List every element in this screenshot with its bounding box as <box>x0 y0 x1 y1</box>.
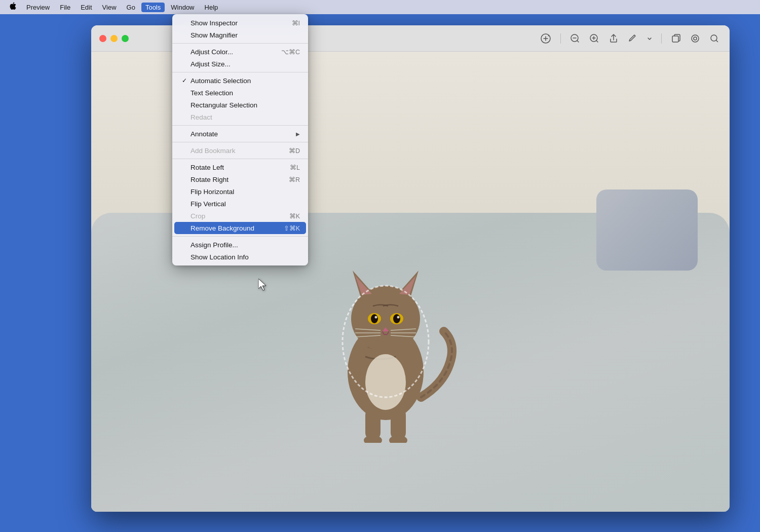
menu-item-redact: Redact <box>172 111 308 123</box>
add-markup-icon[interactable] <box>540 33 551 44</box>
menu-label-add-bookmark: Add Bookmark <box>191 147 236 155</box>
menu-item-rotate-left[interactable]: Rotate Left⌘L <box>172 161 308 173</box>
menu-shortcut-add-bookmark: ⌘D <box>289 147 300 155</box>
menu-item-remove-background[interactable]: Remove Background⇧⌘K <box>174 222 306 234</box>
menu-label-adjust-size: Adjust Size... <box>191 60 231 68</box>
menu-item-show-inspector[interactable]: Show Inspector⌘I <box>172 17 308 29</box>
minimize-button[interactable] <box>110 35 118 42</box>
menu-label-show-magnifier: Show Magnifier <box>191 31 238 39</box>
menu-check-automatic-selection: ✓ <box>180 77 188 84</box>
menu-separator-sep6 <box>172 236 308 237</box>
svg-point-17 <box>393 314 400 323</box>
annotate-circle-icon[interactable] <box>690 33 700 44</box>
menu-label-show-inspector: Show Inspector <box>191 19 238 27</box>
menu-item-rotate-right[interactable]: Rotate Right⌘R <box>172 173 308 185</box>
menu-shortcut-show-inspector: ⌘I <box>292 19 300 27</box>
menu-item-flip-horizontal[interactable]: Flip Horizontal <box>172 185 308 198</box>
menu-item-adjust-size[interactable]: Adjust Size... <box>172 58 308 70</box>
menu-label-adjust-color: Adjust Color... <box>191 48 233 56</box>
duplicate-icon[interactable] <box>671 33 681 44</box>
menu-label-flip-horizontal: Flip Horizontal <box>191 188 234 196</box>
markup-dropdown-icon[interactable] <box>647 36 652 41</box>
pillow <box>596 189 698 271</box>
search-icon[interactable] <box>709 33 719 44</box>
menu-separator-sep5 <box>172 159 308 159</box>
menu-separator-sep1 <box>172 43 308 44</box>
svg-point-18 <box>375 316 377 318</box>
menu-separator-sep3 <box>172 125 308 126</box>
menu-item-crop: Crop⌘K <box>172 210 308 222</box>
menu-label-flip-vertical: Flip Vertical <box>191 200 226 208</box>
menu-label-assign-profile: Assign Profile... <box>191 241 238 249</box>
menu-separator-sep4 <box>172 142 308 142</box>
toolbar-sep-2 <box>661 33 662 44</box>
menu-item-automatic-selection[interactable]: ✓Automatic Selection <box>172 74 308 87</box>
svg-point-19 <box>397 316 400 318</box>
menu-item-assign-profile[interactable]: Assign Profile... <box>172 239 308 251</box>
toolbar-sep-1 <box>560 33 561 44</box>
menu-label-show-location-info: Show Location Info <box>191 253 249 261</box>
share-icon[interactable] <box>609 33 619 44</box>
menu-label-rotate-right: Rotate Right <box>191 176 229 183</box>
menu-shortcut-rotate-right: ⌘R <box>289 176 300 183</box>
menu-label-crop: Crop <box>191 212 205 220</box>
cat-image <box>315 240 457 443</box>
svg-point-5 <box>694 37 697 40</box>
menu-item-annotate[interactable]: Annotate▶ <box>172 128 308 140</box>
menubar-window[interactable]: Window <box>167 3 198 12</box>
menubar-view[interactable]: View <box>98 3 121 12</box>
menu-label-remove-background: Remove Background <box>191 224 254 232</box>
menu-label-rectangular-selection: Rectangular Selection <box>191 101 257 109</box>
menu-shortcut-crop: ⌘K <box>289 212 300 220</box>
close-button[interactable] <box>99 35 106 42</box>
zoom-out-icon[interactable] <box>570 33 580 44</box>
svg-point-4 <box>692 35 699 42</box>
traffic-lights <box>99 35 129 42</box>
menubar-preview[interactable]: Preview <box>22 3 54 12</box>
menubar-edit[interactable]: Edit <box>77 3 96 12</box>
svg-rect-3 <box>672 36 678 42</box>
menu-shortcut-remove-background: ⇧⌘K <box>284 224 300 232</box>
maximize-button[interactable] <box>122 35 129 42</box>
menu-item-text-selection[interactable]: Text Selection <box>172 87 308 99</box>
menubar-help[interactable]: Help <box>201 3 222 12</box>
menu-separator-sep2 <box>172 72 308 72</box>
menu-item-show-magnifier[interactable]: Show Magnifier <box>172 29 308 41</box>
menubar-tools[interactable]: Tools <box>141 3 165 12</box>
submenu-arrow-annotate: ▶ <box>296 131 300 137</box>
markup-icon[interactable] <box>628 33 638 44</box>
menu-item-add-bookmark: Add Bookmark⌘D <box>172 144 308 157</box>
menu-item-flip-vertical[interactable]: Flip Vertical <box>172 198 308 210</box>
tools-dropdown-menu: Show Inspector⌘IShow MagnifierAdjust Col… <box>172 14 308 265</box>
menu-label-annotate: Annotate <box>191 130 218 138</box>
menubar: Preview File Edit View Go Tools Window H… <box>0 0 760 14</box>
apple-menu[interactable] <box>5 2 20 12</box>
menu-item-show-location-info[interactable]: Show Location Info <box>172 251 308 263</box>
menu-shortcut-rotate-left: ⌘L <box>290 164 300 171</box>
menu-item-adjust-color[interactable]: Adjust Color...⌥⌘C <box>172 46 308 58</box>
toolbar <box>540 25 719 52</box>
svg-point-8 <box>365 354 406 410</box>
menubar-file[interactable]: File <box>56 3 74 12</box>
menu-label-redact: Redact <box>191 113 212 121</box>
menu-label-automatic-selection: Automatic Selection <box>191 77 251 85</box>
menu-label-rotate-left: Rotate Left <box>191 164 224 171</box>
menubar-go[interactable]: Go <box>123 3 139 12</box>
zoom-in-icon[interactable] <box>589 33 599 44</box>
menu-shortcut-adjust-color: ⌥⌘C <box>281 48 300 56</box>
svg-point-16 <box>371 314 378 323</box>
menu-item-rectangular-selection[interactable]: Rectangular Selection <box>172 99 308 111</box>
menu-label-text-selection: Text Selection <box>191 89 233 97</box>
